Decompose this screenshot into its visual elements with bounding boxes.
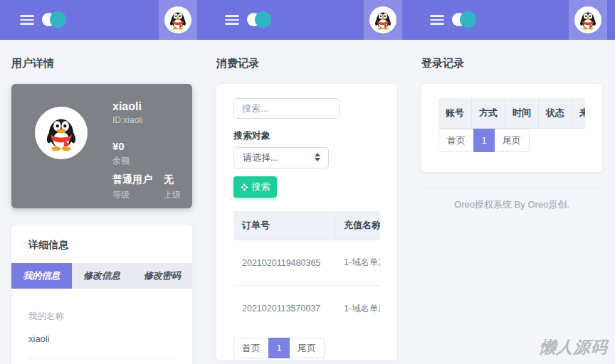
user-detail-column: 用户详情 xiaoli ID:xiaoli ¥0 余额 普通用户 等级 无 上级: [11, 40, 192, 364]
theme-toggle[interactable]: [42, 11, 66, 28]
consume-card: 搜索对象 请选择... 搜索 订单号 充值名称 2021020119480365: [216, 84, 397, 360]
theme-toggle[interactable]: [452, 11, 476, 28]
col-header-item-name: 充值名称: [335, 219, 380, 232]
navbar-avatar[interactable]: [364, 0, 402, 40]
navbar-segment-3: [410, 0, 615, 40]
navbar-avatar[interactable]: [569, 0, 607, 40]
cell-item-name: 1-域名单次授权: [335, 257, 380, 269]
pagination-page-1[interactable]: 1: [268, 338, 290, 358]
search-object-select[interactable]: 请选择...: [233, 147, 329, 168]
pagination-first-button[interactable]: 首页: [233, 338, 269, 358]
col-header-order-no: 订单号: [233, 211, 335, 240]
page-title-consume: 消费记录: [216, 57, 397, 70]
cross-spinner-icon: [241, 183, 248, 191]
col-header-time: 时间: [505, 98, 539, 128]
field-divider: [28, 358, 175, 359]
hamburger-icon[interactable]: [430, 15, 444, 25]
col-header-source: 来源: [572, 98, 585, 128]
qq-penguin-icon: [574, 6, 601, 33]
pagination-first-button[interactable]: 首页: [438, 129, 474, 152]
search-object-label: 搜索对象: [233, 129, 380, 142]
page-title-login: 登录记录: [421, 57, 602, 70]
cell-item-name: 1-域名单次授权: [335, 303, 380, 315]
pagination-page-1[interactable]: 1: [473, 129, 495, 152]
table-row: 2021020113570037 1-域名单次授权: [233, 286, 380, 331]
cell-order-no: 2021020119480365: [233, 258, 335, 268]
search-button[interactable]: 搜索: [233, 176, 277, 198]
toggle-knob: [255, 11, 271, 28]
level-value: 普通用户: [112, 173, 164, 186]
cell-order-no: 2021020113570037: [233, 304, 335, 314]
toggle-knob: [50, 11, 66, 28]
login-column: 登录记录 账号 方式 时间 状态 来源 首页 1 尾页 Oreo授权系统 By …: [421, 40, 602, 211]
qq-penguin-icon: [369, 6, 396, 33]
detail-tab-bar: 我的信息 修改信息 修改密码: [11, 263, 192, 289]
up-down-arrows-icon: [315, 153, 320, 161]
col-header-method: 方式: [472, 98, 505, 128]
select-value: 请选择...: [243, 151, 278, 164]
balance-value: ¥0: [112, 140, 187, 152]
search-input[interactable]: [233, 98, 340, 119]
col-header-status: 状态: [539, 98, 572, 128]
user-profile-card: xiaoli ID:xiaoli ¥0 余额 普通用户 等级 无 上级: [11, 84, 192, 208]
profile-info: xiaoli ID:xiaoli ¥0 余额 普通用户 等级 无 上级: [112, 100, 187, 201]
field-label-name: 我的名称: [28, 311, 175, 323]
hamburger-icon[interactable]: [225, 15, 239, 25]
detail-card-title: 详细信息: [11, 225, 192, 252]
login-table-header: 账号 方式 时间 状态 来源: [438, 98, 585, 129]
col-header-account: 账号: [438, 98, 472, 128]
tab-my-info[interactable]: 我的信息: [11, 263, 72, 289]
qq-penguin-icon: [164, 6, 191, 33]
detail-info-card: 详细信息 我的信息 修改信息 修改密码 我的名称 xiaoli 我的账号:: [11, 225, 192, 364]
profile-avatar: [35, 107, 88, 159]
login-pagination: 首页 1 尾页: [438, 129, 585, 152]
consume-column: 消费记录 搜索对象 请选择... 搜索 订单号 充值名称 2021: [216, 40, 397, 360]
search-button-label: 搜索: [252, 181, 270, 193]
pagination-last-button[interactable]: 尾页: [494, 129, 530, 152]
top-navbar: [0, 0, 615, 40]
tab-edit-info[interactable]: 修改信息: [72, 263, 132, 289]
superior-value: 无: [164, 173, 181, 186]
page-title-user-detail: 用户详情: [11, 57, 192, 70]
consume-table: 订单号 充值名称 2021020119480365 1-域名单次授权 20210…: [233, 211, 380, 331]
footer-divider: [421, 188, 602, 189]
tab-edit-password[interactable]: 修改密码: [132, 263, 192, 289]
balance-label: 余额: [112, 155, 187, 167]
theme-toggle[interactable]: [247, 11, 271, 28]
table-row: 2021020119480365 1-域名单次授权: [233, 240, 380, 286]
login-card: 账号 方式 时间 状态 来源 首页 1 尾页: [421, 84, 602, 172]
level-label: 等级: [112, 189, 164, 201]
copyright-text: Oreo授权系统 By Oreo原创.: [421, 198, 602, 211]
app-window: 用户详情 xiaoli ID:xiaoli ¥0 余额 普通用户 等级 无 上级: [0, 0, 615, 364]
profile-user-id: ID:xiaoli: [112, 115, 187, 125]
login-table: 账号 方式 时间 状态 来源: [438, 98, 585, 129]
field-value-name: xiaoli: [28, 333, 175, 344]
hamburger-icon[interactable]: [20, 15, 34, 25]
profile-username: xiaoli: [112, 100, 187, 113]
qq-penguin-icon: [43, 114, 80, 151]
consume-pagination: 首页 1 尾页: [233, 338, 380, 358]
navbar-avatar[interactable]: [159, 0, 197, 40]
consume-table-header: 订单号 充值名称: [233, 211, 380, 240]
superior-label: 上级: [164, 189, 181, 201]
navbar-segment-2: [205, 0, 410, 40]
navbar-segment-1: [0, 0, 205, 40]
watermark-text: 懒人源码: [538, 336, 609, 358]
toggle-knob: [460, 11, 476, 28]
pagination-last-button[interactable]: 尾页: [289, 338, 325, 358]
